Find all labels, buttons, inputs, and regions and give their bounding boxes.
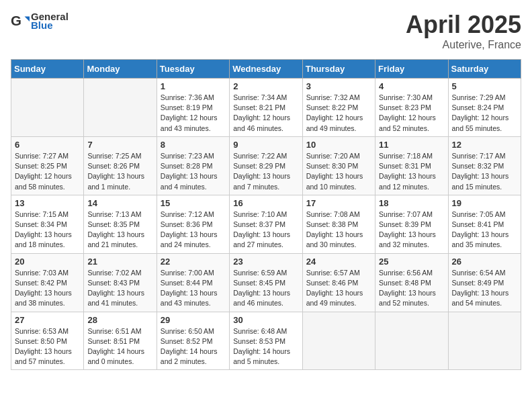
day-number: 26 [452,257,517,267]
day-number: 14 [87,198,152,208]
day-info: Sunrise: 7:07 AMSunset: 8:39 PMDaylight:… [379,210,444,250]
col-header-saturday: Saturday [448,60,521,79]
day-info: Sunrise: 7:23 AMSunset: 8:28 PMDaylight:… [161,151,226,192]
day-number: 12 [452,140,517,150]
day-info: Sunrise: 7:30 AMSunset: 8:23 PMDaylight:… [379,93,444,134]
calendar-cell: 21Sunrise: 7:02 AMSunset: 8:43 PMDayligh… [84,253,157,312]
day-info: Sunrise: 7:00 AMSunset: 8:44 PMDaylight:… [161,268,226,309]
calendar-cell: 10Sunrise: 7:20 AMSunset: 8:30 PMDayligh… [302,136,375,195]
day-info: Sunrise: 6:50 AMSunset: 8:52 PMDaylight:… [161,326,226,367]
logo-icon: G [11,11,30,30]
calendar-cell: 9Sunrise: 7:22 AMSunset: 8:29 PMDaylight… [230,136,302,195]
day-info: Sunrise: 7:32 AMSunset: 8:22 PMDaylight:… [306,93,371,134]
day-number: 18 [379,198,444,208]
col-header-thursday: Thursday [302,60,375,79]
calendar-cell: 28Sunrise: 6:51 AMSunset: 8:51 PMDayligh… [84,312,157,370]
calendar-cell: 14Sunrise: 7:13 AMSunset: 8:35 PMDayligh… [84,195,157,253]
day-number: 25 [379,257,444,267]
day-number: 4 [379,81,444,91]
day-number: 23 [233,257,298,267]
day-number: 8 [161,140,226,150]
title-block: April 2025 Auterive, France [406,11,521,51]
day-info: Sunrise: 7:27 AMSunset: 8:25 PMDaylight:… [15,151,80,192]
day-number: 16 [233,198,298,208]
calendar-cell: 29Sunrise: 6:50 AMSunset: 8:52 PMDayligh… [157,312,229,370]
day-info: Sunrise: 6:57 AMSunset: 8:46 PMDaylight:… [306,268,371,309]
day-number: 7 [87,140,152,150]
calendar-cell: 27Sunrise: 6:53 AMSunset: 8:50 PMDayligh… [11,312,84,370]
day-number: 10 [306,140,371,150]
day-info: Sunrise: 6:53 AMSunset: 8:50 PMDaylight:… [15,326,80,367]
calendar-cell: 2Sunrise: 7:34 AMSunset: 8:21 PMDaylight… [230,79,302,137]
day-info: Sunrise: 7:08 AMSunset: 8:38 PMDaylight:… [306,210,371,250]
location-title: Auterive, France [406,39,521,51]
page-header: G General Blue April 2025 Auterive, Fran… [11,11,521,51]
col-header-monday: Monday [84,60,157,79]
day-info: Sunrise: 7:20 AMSunset: 8:30 PMDaylight:… [306,151,371,192]
day-number: 11 [379,140,444,150]
calendar-cell: 5Sunrise: 7:29 AMSunset: 8:24 PMDaylight… [448,79,521,137]
day-info: Sunrise: 7:05 AMSunset: 8:41 PMDaylight:… [452,210,517,250]
calendar-cell: 17Sunrise: 7:08 AMSunset: 8:38 PMDayligh… [302,195,375,253]
calendar-cell: 18Sunrise: 7:07 AMSunset: 8:39 PMDayligh… [375,195,448,253]
calendar-cell: 3Sunrise: 7:32 AMSunset: 8:22 PMDaylight… [302,79,375,137]
calendar-cell: 30Sunrise: 6:48 AMSunset: 8:53 PMDayligh… [230,312,302,370]
calendar-cell: 20Sunrise: 7:03 AMSunset: 8:42 PMDayligh… [11,253,84,312]
calendar-cell: 22Sunrise: 7:00 AMSunset: 8:44 PMDayligh… [157,253,229,312]
day-info: Sunrise: 6:56 AMSunset: 8:48 PMDaylight:… [379,268,444,309]
day-number: 29 [161,315,226,325]
logo: G General Blue [11,11,69,31]
day-number: 20 [15,257,80,267]
day-info: Sunrise: 6:51 AMSunset: 8:51 PMDaylight:… [87,326,152,367]
day-number: 22 [161,257,226,267]
day-info: Sunrise: 7:17 AMSunset: 8:32 PMDaylight:… [452,151,517,192]
day-info: Sunrise: 6:48 AMSunset: 8:53 PMDaylight:… [233,326,298,367]
day-number: 13 [15,198,80,208]
day-info: Sunrise: 7:25 AMSunset: 8:26 PMDaylight:… [87,151,152,192]
svg-text:G: G [11,13,21,28]
col-header-sunday: Sunday [11,60,84,79]
day-number: 27 [15,315,80,325]
day-number: 19 [452,198,517,208]
calendar-cell: 24Sunrise: 6:57 AMSunset: 8:46 PMDayligh… [302,253,375,312]
day-number: 30 [233,315,298,325]
col-header-friday: Friday [375,60,448,79]
calendar-cell: 16Sunrise: 7:10 AMSunset: 8:37 PMDayligh… [230,195,302,253]
day-number: 5 [452,81,517,91]
svg-marker-1 [25,16,30,21]
calendar-cell [302,312,375,370]
day-info: Sunrise: 7:13 AMSunset: 8:35 PMDaylight:… [87,210,152,250]
day-info: Sunrise: 7:36 AMSunset: 8:19 PMDaylight:… [161,93,226,134]
col-header-tuesday: Tuesday [157,60,229,79]
day-info: Sunrise: 7:29 AMSunset: 8:24 PMDaylight:… [452,93,517,134]
day-number: 21 [87,257,152,267]
calendar-cell [448,312,521,370]
day-info: Sunrise: 7:34 AMSunset: 8:21 PMDaylight:… [233,93,298,134]
calendar-cell: 12Sunrise: 7:17 AMSunset: 8:32 PMDayligh… [448,136,521,195]
day-number: 6 [15,140,80,150]
day-number: 1 [161,81,226,91]
day-info: Sunrise: 7:03 AMSunset: 8:42 PMDaylight:… [15,268,80,309]
day-number: 24 [306,257,371,267]
calendar-cell [375,312,448,370]
calendar-cell: 8Sunrise: 7:23 AMSunset: 8:28 PMDaylight… [157,136,229,195]
calendar-cell: 7Sunrise: 7:25 AMSunset: 8:26 PMDaylight… [84,136,157,195]
day-number: 2 [233,81,298,91]
calendar-cell: 26Sunrise: 6:54 AMSunset: 8:49 PMDayligh… [448,253,521,312]
calendar-cell: 19Sunrise: 7:05 AMSunset: 8:41 PMDayligh… [448,195,521,253]
day-number: 9 [233,140,298,150]
calendar-cell: 4Sunrise: 7:30 AMSunset: 8:23 PMDaylight… [375,79,448,137]
day-info: Sunrise: 6:59 AMSunset: 8:45 PMDaylight:… [233,268,298,309]
day-info: Sunrise: 7:02 AMSunset: 8:43 PMDaylight:… [87,268,152,309]
day-info: Sunrise: 7:10 AMSunset: 8:37 PMDaylight:… [233,210,298,250]
calendar-table: SundayMondayTuesdayWednesdayThursdayFrid… [11,59,521,370]
calendar-cell: 15Sunrise: 7:12 AMSunset: 8:36 PMDayligh… [157,195,229,253]
day-number: 3 [306,81,371,91]
day-number: 17 [306,198,371,208]
calendar-cell: 1Sunrise: 7:36 AMSunset: 8:19 PMDaylight… [157,79,229,137]
calendar-cell: 13Sunrise: 7:15 AMSunset: 8:34 PMDayligh… [11,195,84,253]
calendar-cell: 11Sunrise: 7:18 AMSunset: 8:31 PMDayligh… [375,136,448,195]
day-info: Sunrise: 7:22 AMSunset: 8:29 PMDaylight:… [233,151,298,192]
col-header-wednesday: Wednesday [230,60,302,79]
day-number: 28 [87,315,152,325]
